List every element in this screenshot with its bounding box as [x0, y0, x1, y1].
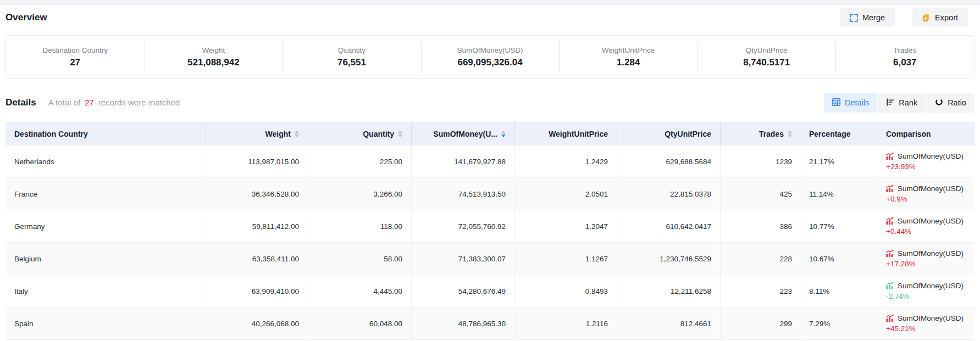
stat-label: Trades [894, 46, 917, 54]
table-row[interactable]: Germany 59,811,412.00 118.00 72,055,760.… [5, 210, 975, 243]
rank-bars-icon [887, 98, 894, 108]
comparison-change-value: +45.21% [886, 325, 916, 333]
records-matched-count: 27 [85, 98, 94, 107]
cell-country: Italy [5, 275, 206, 307]
cell-qty-unit-price: 1,230,746.5529 [617, 243, 721, 275]
comparison-metric-label: SumOfMoney(USD) [898, 152, 964, 160]
sort-carets-icon-active-desc[interactable] [501, 131, 506, 137]
col-header-label: SumOfMoney(U... [433, 130, 497, 138]
col-header-quantity[interactable]: Quantity [308, 122, 412, 146]
cell-percentage: 7.29% [801, 308, 878, 339]
overview-stats-card: Destination Country 27 Weight 521,088,94… [5, 35, 975, 79]
cell-weight: 40,266,068.00 [206, 308, 308, 339]
col-header-comparison: Comparison [878, 122, 975, 146]
stat-label: SumOfMoney(USD) [457, 46, 523, 54]
col-header-sum-of-money[interactable]: SumOfMoney(U... [412, 122, 515, 146]
records-matched-prefix: A total of [48, 98, 80, 107]
col-header-label: QtyUnitPrice [665, 130, 711, 138]
cell-country: Spain [5, 308, 206, 339]
cell-percentage: 10.77% [801, 210, 878, 242]
cell-trades: 1239 [721, 146, 801, 177]
page-top-strip [0, 0, 980, 5]
view-ratio-button[interactable]: Ratio [927, 93, 975, 113]
stat-value: 76,551 [337, 57, 366, 68]
col-header-label: WeightUnitPrice [549, 130, 608, 138]
cell-sum-of-money: 71,383,300.07 [412, 243, 515, 275]
stat-value: 669,095,326.04 [457, 57, 522, 68]
cell-sum-of-money: 72,055,760.92 [412, 210, 515, 242]
trend-chart-icon [886, 250, 894, 257]
cell-country: Netherlands [5, 146, 206, 177]
cell-qty-unit-price: 610,642.0417 [617, 210, 721, 242]
col-header-percentage: Percentage [801, 122, 878, 146]
view-rank-button[interactable]: Rank [878, 93, 926, 113]
details-table: Destination Country Weight Quantity SumO… [5, 122, 975, 341]
cell-quantity: 60,048.00 [308, 308, 412, 339]
cell-weight: 63,909,410.00 [206, 275, 308, 307]
cell-comparison: SumOfMoney(USD) +0.9% [878, 178, 975, 210]
page: Overview Merge [0, 5, 980, 341]
sort-carets-icon[interactable] [295, 131, 299, 137]
cell-country: Belgium [5, 243, 206, 275]
table-row[interactable]: Italy 63,909,410.00 4,445.00 54,280,676.… [5, 275, 975, 308]
col-header-label: Quantity [363, 130, 394, 138]
cell-trades: 425 [721, 178, 801, 210]
cell-percentage: 11.14% [801, 178, 878, 210]
col-header-destination-country: Destination Country [5, 122, 206, 146]
col-header-weight[interactable]: Weight [206, 122, 308, 146]
table-header-row: Destination Country Weight Quantity SumO… [5, 122, 975, 146]
table-row[interactable]: Spain 40,266,068.00 60,048.00 48,786,965… [5, 308, 975, 340]
details-title: Details [5, 97, 36, 108]
sort-carets-icon[interactable] [398, 131, 402, 137]
donut-chart-icon [935, 98, 943, 108]
cell-quantity: 58.00 [308, 243, 412, 275]
cell-quantity: 118.00 [308, 210, 412, 242]
stat-label: QtyUnitPrice [746, 46, 788, 54]
stat-label: Destination Country [43, 46, 108, 54]
export-button[interactable]: Export [912, 8, 968, 27]
col-header-weight-unit-price: WeightUnitPrice [515, 122, 617, 146]
records-matched-text: A total of27records were matched [48, 98, 180, 108]
stat-weight-unit-price: WeightUnitPrice 1.284 [559, 36, 697, 78]
cell-quantity: 4,445.00 [308, 275, 412, 307]
stat-destination-country: Destination Country 27 [6, 36, 145, 78]
stat-label: Weight [202, 46, 225, 54]
stat-label: Quantity [338, 46, 366, 54]
cell-weight: 59,811,412.00 [206, 210, 308, 242]
stat-value: 6,037 [893, 57, 917, 68]
stat-qty-unit-price: QtyUnitPrice 8,740.5171 [697, 36, 836, 78]
sort-carets-icon[interactable] [788, 131, 792, 137]
cell-sum-of-money: 54,280,676.49 [412, 275, 515, 307]
col-header-label: Comparison [886, 130, 931, 138]
cell-sum-of-money: 141,679,927.88 [412, 146, 515, 177]
cell-quantity: 3,266.00 [308, 178, 412, 210]
stat-weight: Weight 521,088,942 [145, 36, 283, 78]
merge-button[interactable]: Merge [840, 8, 895, 27]
comparison-metric-label: SumOfMoney(USD) [898, 185, 964, 193]
col-header-label: Destination Country [14, 130, 88, 138]
view-rank-label: Rank [899, 98, 917, 107]
trend-chart-icon [886, 282, 894, 289]
cell-weight-unit-price: 1.1267 [515, 243, 617, 275]
merge-icon [850, 14, 858, 22]
stat-value: 1.284 [617, 57, 640, 68]
details-left: Details A total of27records were matched [5, 97, 180, 108]
cell-qty-unit-price: 629,688.5684 [617, 146, 721, 177]
cell-trades: 228 [721, 243, 801, 275]
table-row[interactable]: France 36,346,528.00 3,266.00 74,513,913… [5, 178, 975, 210]
cell-percentage: 8.11% [801, 275, 878, 307]
cell-weight-unit-price: 1.2047 [515, 210, 617, 242]
view-details-button[interactable]: Details [824, 93, 877, 113]
view-switch: Details Rank Ratio [824, 93, 975, 113]
stat-trades: Trades 6,037 [835, 36, 974, 78]
details-bar: Details A total of27records were matched… [5, 93, 975, 113]
cell-weight-unit-price: 1.2429 [515, 146, 617, 177]
cell-comparison: SumOfMoney(USD) +0.44% [878, 210, 975, 242]
table-row[interactable]: Belgium 63,358,411.00 58.00 71,383,300.0… [5, 243, 975, 275]
col-header-label: Trades [759, 130, 784, 138]
table-row[interactable]: Netherlands 113,987,015.00 225.00 141,67… [5, 146, 975, 178]
stat-sum-of-money: SumOfMoney(USD) 669,095,326.04 [421, 36, 560, 78]
stat-value: 8,740.5171 [743, 57, 790, 68]
col-header-trades[interactable]: Trades [721, 122, 801, 146]
cell-quantity: 225.00 [308, 146, 412, 177]
